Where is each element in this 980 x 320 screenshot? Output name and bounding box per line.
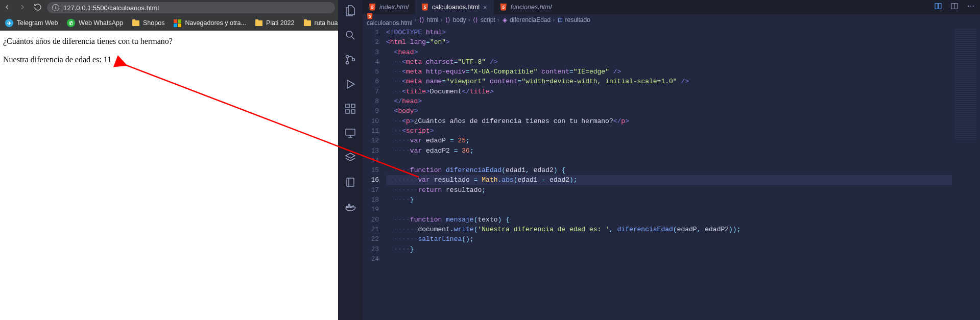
folder-icon <box>132 20 139 26</box>
breadcrumbs[interactable]: 5 calculoanos.html›⟨⟩ html›⟨⟩ body›⟨⟩ sc… <box>363 14 980 26</box>
back-icon[interactable] <box>3 3 11 13</box>
tab-label: calculoanos.html <box>432 4 480 11</box>
split-icon[interactable] <box>950 2 959 12</box>
code-line[interactable]: ····} <box>386 195 952 205</box>
files-icon[interactable] <box>344 4 357 17</box>
code-line[interactable]: ··<title>Document</title> <box>386 87 952 96</box>
compare-icon[interactable] <box>934 2 942 12</box>
svg-point-0 <box>346 31 352 37</box>
bookmarks-bar: ✈Telegram Web✆Web WhatsAppShoposNavegado… <box>0 15 338 31</box>
editor-tab[interactable]: 5funciones.html <box>494 0 559 14</box>
svg-rect-9 <box>347 178 354 186</box>
bookmark-label: Telegram Web <box>17 19 58 27</box>
bookmark-item[interactable]: Shopos <box>132 19 164 27</box>
breadcrumb-segment[interactable]: ◈ diferenciaEdad <box>501 16 551 23</box>
code-line[interactable]: ··<p>¿Cuántos años de diferencia tienes … <box>386 116 952 126</box>
code-line[interactable]: ····var edadP2 = 36; <box>386 146 952 156</box>
bookmark-item[interactable]: ruta hua <box>304 19 338 27</box>
code-line[interactable]: ····function mensaje(texto) { <box>386 215 952 225</box>
brackets-icon: ⟨⟩ <box>444 17 451 23</box>
code-line[interactable]: ······var resultado = Math.abs(edad1 - e… <box>386 175 952 185</box>
svg-rect-7 <box>351 110 355 113</box>
site-info-icon[interactable]: i <box>52 4 59 11</box>
html5-icon: 5 <box>500 4 507 11</box>
bookmark-item[interactable]: ✈Telegram Web <box>5 19 58 27</box>
code-line[interactable]: <body> <box>386 106 952 116</box>
bookmark-label: Web WhatsApp <box>79 19 123 27</box>
code-line[interactable]: ····function diferenciaEdad(edad1, edad2… <box>386 165 952 175</box>
code-line[interactable] <box>386 254 952 264</box>
html5-icon: 5 <box>421 4 428 11</box>
code-line[interactable] <box>386 156 952 165</box>
search-icon[interactable] <box>344 29 357 42</box>
code-line[interactable]: ······saltarLinea(); <box>386 234 952 244</box>
code-content[interactable]: <!DOCTYPE html><html lang="en"> <head> ·… <box>386 26 952 320</box>
tab-label: funciones.html <box>511 4 552 11</box>
svg-rect-14 <box>935 4 938 9</box>
extensions-icon[interactable] <box>344 102 357 115</box>
code-editor[interactable]: 123456789101112131415161718192021222324 … <box>363 26 980 320</box>
more-icon[interactable] <box>967 2 975 12</box>
forward-icon[interactable] <box>18 3 27 13</box>
whatsapp-icon: ✆ <box>67 19 75 27</box>
bookmark-item[interactable]: ✆Web WhatsApp <box>67 19 123 27</box>
bookmark-label: Navegadores y otra... <box>185 19 246 27</box>
folder-icon <box>304 20 311 26</box>
code-line[interactable]: <!DOCTYPE html> <box>386 28 952 37</box>
html5-icon: 5 <box>367 13 373 19</box>
code-line[interactable]: <head> <box>386 47 952 57</box>
code-line[interactable]: ······return resultado; <box>386 185 952 195</box>
title-actions <box>929 0 980 14</box>
brackets-icon: ⟨⟩ <box>472 17 479 23</box>
brackets-icon: ⟨⟩ <box>418 17 425 23</box>
svg-rect-10 <box>346 206 348 208</box>
code-line[interactable]: ··<meta http-equiv="X-UA-Compatible" con… <box>386 67 952 77</box>
page-question: ¿Cuántos años de diferencia tienes con t… <box>3 37 335 46</box>
bookmark-label: Plati 2022 <box>266 19 295 27</box>
code-line[interactable]: </head> <box>386 96 952 106</box>
code-line[interactable]: <html lang="en"> <box>386 37 952 47</box>
rendered-page: ¿Cuántos años de diferencia tienes con t… <box>0 31 338 320</box>
address-bar[interactable]: i 127.0.0.1:5500/calculoanos.html <box>47 2 335 13</box>
run-debug-icon[interactable] <box>344 78 357 91</box>
bookmark-item[interactable]: Navegadores y otra... <box>174 19 246 27</box>
minimap[interactable] <box>952 26 980 320</box>
remote-icon[interactable] <box>344 127 357 140</box>
editor-tab[interactable]: 5calculoanos.html× <box>415 0 494 14</box>
browser-window: i 127.0.0.1:5500/calculoanos.html ✈Teleg… <box>0 0 338 320</box>
code-line[interactable]: ··<script> <box>386 126 952 136</box>
layers-icon[interactable] <box>344 151 357 164</box>
bookmark-label: ruta hua <box>315 19 338 27</box>
microsoft-icon <box>174 19 181 27</box>
code-line[interactable]: ····var edadP = 25; <box>386 136 952 145</box>
code-line[interactable] <box>386 205 952 214</box>
breadcrumb-segment[interactable]: ⟨⟩ html <box>418 16 438 23</box>
breadcrumb-segment[interactable]: ⟨⟩ script <box>472 16 495 23</box>
book-icon[interactable] <box>344 176 357 189</box>
telegram-icon: ✈ <box>5 19 13 27</box>
svg-point-18 <box>970 6 971 7</box>
folder-icon <box>255 20 262 26</box>
close-icon[interactable]: × <box>483 4 487 11</box>
svg-point-1 <box>346 56 349 58</box>
editor-tab[interactable]: 5index.html <box>363 0 415 14</box>
code-line[interactable]: ····} <box>386 244 952 254</box>
svg-rect-15 <box>939 4 941 9</box>
svg-rect-5 <box>351 104 355 108</box>
code-line[interactable]: ··<meta name="viewport" content="width=d… <box>386 77 952 86</box>
svg-point-17 <box>968 6 969 7</box>
docker-icon[interactable] <box>344 200 357 213</box>
breadcrumb-segment[interactable]: ⟨⟩ body <box>444 16 466 23</box>
breadcrumb-segment[interactable]: ⊡ resultado <box>557 16 590 23</box>
code-line[interactable]: ······document.write('Nuestra diferencia… <box>386 225 952 234</box>
bookmark-item[interactable]: Plati 2022 <box>255 19 295 27</box>
breadcrumb-segment[interactable]: 5 calculoanos.html <box>367 13 412 27</box>
svg-rect-11 <box>348 206 350 208</box>
url-text: 127.0.0.1:5500/calculoanos.html <box>63 4 159 12</box>
svg-rect-13 <box>348 204 350 206</box>
source-control-icon[interactable] <box>344 53 357 66</box>
cube-icon: ◈ <box>501 17 508 23</box>
svg-point-3 <box>352 59 355 61</box>
reload-icon[interactable] <box>34 3 42 13</box>
code-line[interactable]: ··<meta charset="UTF-8" /> <box>386 57 952 67</box>
